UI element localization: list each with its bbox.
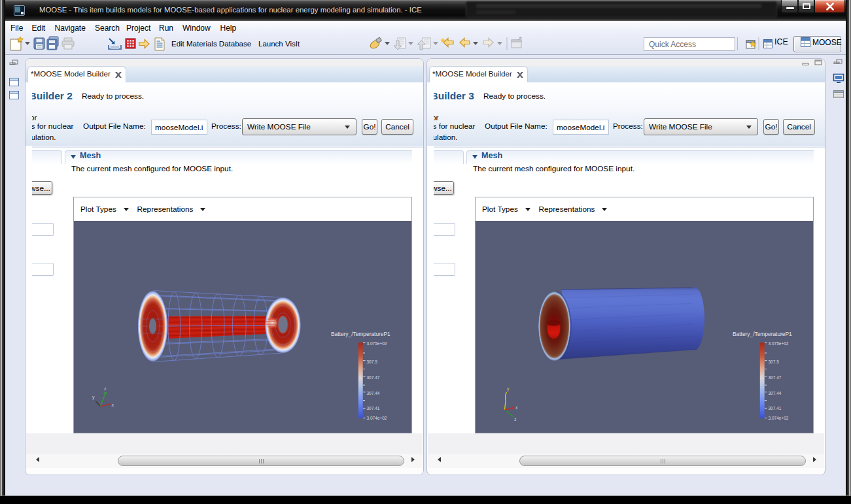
svg-text:307.41: 307.41 [768, 406, 781, 411]
svg-text:307.41: 307.41 [366, 406, 379, 411]
svg-text:3.075e+02: 3.075e+02 [768, 341, 788, 346]
svg-text:z: z [104, 386, 107, 391]
svg-text:3.075e+02: 3.075e+02 [366, 341, 387, 346]
svg-text:x: x [111, 403, 114, 407]
svg-text:y: y [507, 386, 510, 392]
svg-text:307.47: 307.47 [768, 375, 781, 380]
svg-text:307.47: 307.47 [366, 375, 379, 380]
svg-text:3.074e+02: 3.074e+02 [366, 416, 387, 420]
svg-text:307.5: 307.5 [366, 360, 377, 364]
svg-text:x: x [515, 405, 518, 410]
svg-text:Battery_/TemperatureP1: Battery_/TemperatureP1 [733, 331, 792, 337]
svg-text:307.44: 307.44 [768, 391, 781, 395]
svg-text:z: z [514, 417, 517, 422]
svg-text:y: y [92, 395, 95, 400]
svg-text:307.44: 307.44 [366, 391, 379, 395]
svg-text:Battery_/TemperatureP1: Battery_/TemperatureP1 [331, 331, 391, 337]
svg-text:307.5: 307.5 [768, 360, 779, 364]
svg-text:3.074e+02: 3.074e+02 [768, 416, 788, 420]
